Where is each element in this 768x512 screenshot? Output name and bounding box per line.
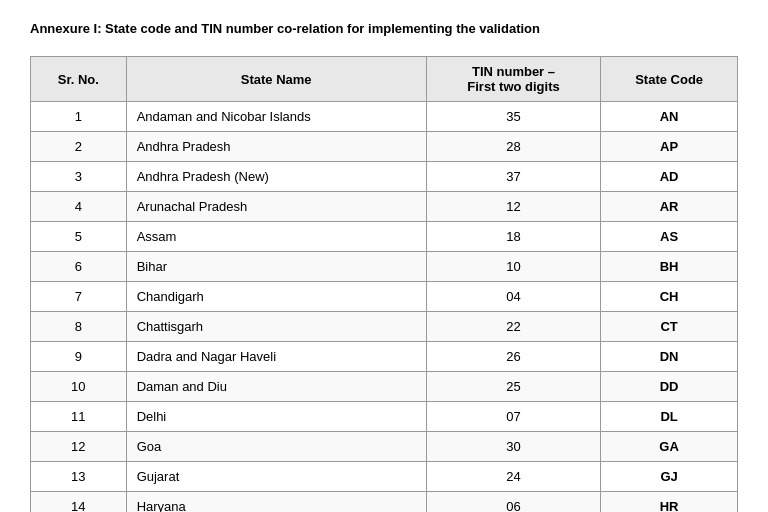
cell-tin: 26 xyxy=(426,342,600,372)
cell-tin: 04 xyxy=(426,282,600,312)
cell-sr: 12 xyxy=(31,432,127,462)
cell-state-code: CH xyxy=(601,282,738,312)
cell-state-code: GA xyxy=(601,432,738,462)
cell-state-name: Delhi xyxy=(126,402,426,432)
cell-state-code: AP xyxy=(601,132,738,162)
cell-sr: 4 xyxy=(31,192,127,222)
table-row: 1Andaman and Nicobar Islands35AN xyxy=(31,102,738,132)
cell-state-code: DL xyxy=(601,402,738,432)
cell-tin: 22 xyxy=(426,312,600,342)
cell-sr: 7 xyxy=(31,282,127,312)
table-row: 2Andhra Pradesh28AP xyxy=(31,132,738,162)
cell-state-name: Haryana xyxy=(126,492,426,512)
cell-tin: 10 xyxy=(426,252,600,282)
cell-sr: 11 xyxy=(31,402,127,432)
cell-sr: 3 xyxy=(31,162,127,192)
cell-state-code: DN xyxy=(601,342,738,372)
cell-state-code: AD xyxy=(601,162,738,192)
cell-state-code: AR xyxy=(601,192,738,222)
table-row: 13Gujarat24GJ xyxy=(31,462,738,492)
cell-sr: 5 xyxy=(31,222,127,252)
table-row: 14Haryana06HR xyxy=(31,492,738,512)
table-row: 7Chandigarh04CH xyxy=(31,282,738,312)
cell-state-name: Chandigarh xyxy=(126,282,426,312)
cell-sr: 8 xyxy=(31,312,127,342)
cell-state-code: DD xyxy=(601,372,738,402)
table-row: 12Goa30GA xyxy=(31,432,738,462)
cell-sr: 14 xyxy=(31,492,127,512)
cell-sr: 9 xyxy=(31,342,127,372)
cell-state-name: Arunachal Pradesh xyxy=(126,192,426,222)
cell-tin: 25 xyxy=(426,372,600,402)
cell-state-name: Goa xyxy=(126,432,426,462)
cell-tin: 37 xyxy=(426,162,600,192)
cell-tin: 28 xyxy=(426,132,600,162)
cell-state-name: Andhra Pradesh xyxy=(126,132,426,162)
cell-state-code: AN xyxy=(601,102,738,132)
cell-sr: 6 xyxy=(31,252,127,282)
cell-state-code: BH xyxy=(601,252,738,282)
page-title: Annexure I: State code and TIN number co… xyxy=(30,20,738,38)
cell-sr: 2 xyxy=(31,132,127,162)
cell-sr: 10 xyxy=(31,372,127,402)
cell-state-name: Andhra Pradesh (New) xyxy=(126,162,426,192)
table-row: 6Bihar10BH xyxy=(31,252,738,282)
cell-state-name: Daman and Diu xyxy=(126,372,426,402)
table-row: 5Assam18AS xyxy=(31,222,738,252)
table-row: 9Dadra and Nagar Haveli26DN xyxy=(31,342,738,372)
cell-state-name: Chattisgarh xyxy=(126,312,426,342)
col-header-state: State Name xyxy=(126,57,426,102)
cell-sr: 13 xyxy=(31,462,127,492)
cell-tin: 35 xyxy=(426,102,600,132)
table-header-row: Sr. No. State Name TIN number –First two… xyxy=(31,57,738,102)
cell-tin: 30 xyxy=(426,432,600,462)
cell-tin: 12 xyxy=(426,192,600,222)
cell-state-name: Assam xyxy=(126,222,426,252)
cell-tin: 07 xyxy=(426,402,600,432)
cell-tin: 24 xyxy=(426,462,600,492)
cell-tin: 18 xyxy=(426,222,600,252)
col-header-code: State Code xyxy=(601,57,738,102)
cell-state-name: Dadra and Nagar Haveli xyxy=(126,342,426,372)
cell-state-code: HR xyxy=(601,492,738,512)
cell-state-name: Bihar xyxy=(126,252,426,282)
state-tin-table: Sr. No. State Name TIN number –First two… xyxy=(30,56,738,512)
table-row: 4Arunachal Pradesh12AR xyxy=(31,192,738,222)
cell-state-code: GJ xyxy=(601,462,738,492)
table-row: 10Daman and Diu25DD xyxy=(31,372,738,402)
cell-state-name: Gujarat xyxy=(126,462,426,492)
cell-tin: 06 xyxy=(426,492,600,512)
cell-sr: 1 xyxy=(31,102,127,132)
cell-state-code: AS xyxy=(601,222,738,252)
cell-state-code: CT xyxy=(601,312,738,342)
cell-state-name: Andaman and Nicobar Islands xyxy=(126,102,426,132)
col-header-tin: TIN number –First two digits xyxy=(426,57,600,102)
table-row: 11Delhi07DL xyxy=(31,402,738,432)
col-header-sr: Sr. No. xyxy=(31,57,127,102)
table-row: 3Andhra Pradesh (New)37AD xyxy=(31,162,738,192)
table-row: 8Chattisgarh22CT xyxy=(31,312,738,342)
